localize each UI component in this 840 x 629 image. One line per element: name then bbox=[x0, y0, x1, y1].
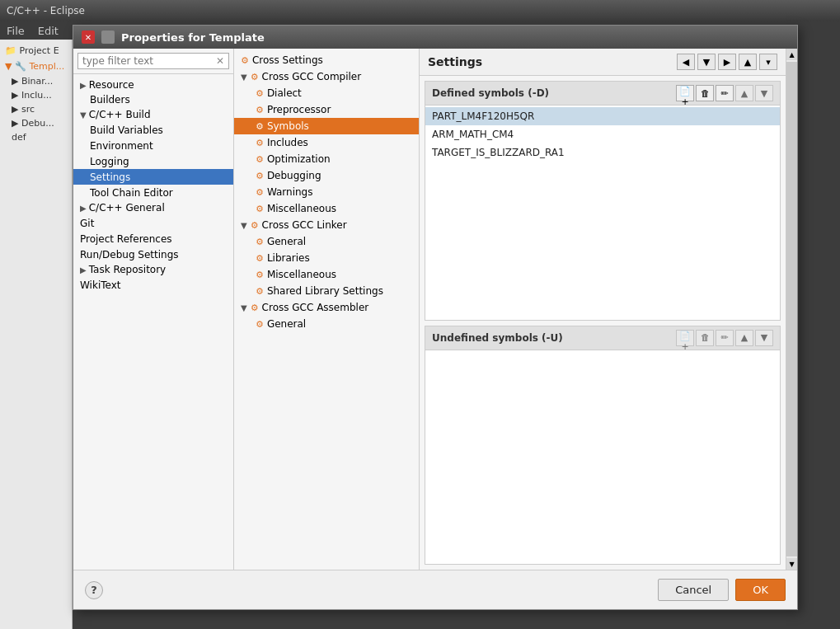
footer-buttons: Cancel OK bbox=[658, 579, 786, 601]
properties-dialog: ✕ Properties for Template ✕ ▶ bbox=[73, 25, 798, 610]
template-label: ▼ 🔧 Templ... bbox=[0, 59, 72, 74]
tree-item-settings[interactable]: Settings bbox=[73, 169, 233, 185]
dialog-title: Properties for Template bbox=[121, 31, 265, 44]
settings-item-miscellaneous[interactable]: ⚙ Miscellaneous bbox=[234, 200, 419, 217]
project-label: 📁 Project E bbox=[0, 43, 72, 59]
right-scrollbar[interactable]: ▲ ▼ bbox=[786, 49, 797, 570]
binar-label: ▶ Binar... bbox=[0, 74, 72, 88]
scroll-down-btn[interactable]: ▼ bbox=[786, 558, 798, 570]
settings-item-gcc-linker[interactable]: ▼ ⚙ Cross GCC Linker bbox=[234, 217, 419, 233]
dialog-titlebar: ✕ Properties for Template bbox=[73, 26, 797, 49]
usym-down-btn[interactable]: ▼ bbox=[755, 330, 773, 346]
usym-delete-btn[interactable]: 🗑 bbox=[696, 330, 714, 346]
tree-item-wikitext[interactable]: WikiText bbox=[73, 277, 233, 293]
settings-item-assembler-general[interactable]: ⚙ General bbox=[234, 316, 419, 332]
symbol-item-2[interactable]: TARGET_IS_BLIZZARD_RA1 bbox=[425, 143, 780, 162]
filter-input[interactable] bbox=[82, 55, 213, 67]
tree-item-task-repo[interactable]: ▶ Task Repository bbox=[73, 262, 233, 277]
help-btn[interactable]: ? bbox=[85, 581, 103, 599]
tree-item-run-debug[interactable]: Run/Debug Settings bbox=[73, 246, 233, 262]
nav-menu-btn[interactable]: ▾ bbox=[759, 54, 777, 70]
content-header: Settings ◀ ▼ ▶ ▲ ▾ bbox=[420, 49, 786, 76]
tree-item-toolchain[interactable]: Tool Chain Editor bbox=[73, 185, 233, 200]
defined-symbols-title: Defined symbols (-D) bbox=[432, 87, 549, 99]
settings-item-gcc-compiler[interactable]: ▼ ⚙ Cross GCC Compiler bbox=[234, 68, 419, 85]
left-tree-items: ▶ Resource Builders ▼ C/C++ Build Build … bbox=[73, 74, 233, 570]
dialog-close-btn[interactable]: ✕ bbox=[82, 31, 95, 44]
sym-add-btn[interactable]: 📄+ bbox=[676, 85, 694, 101]
tree-item-resource[interactable]: ▶ Resource bbox=[73, 77, 233, 92]
settings-tree: ⚙ Cross Settings ▼ ⚙ Cross GCC Compiler … bbox=[234, 49, 420, 570]
eclipse-title: C/C++ - Eclipse bbox=[7, 5, 85, 16]
defined-symbols-header: Defined symbols (-D) 📄+ 🗑 ✏ ▲ ▼ bbox=[425, 82, 780, 106]
symbol-item-1[interactable]: ARM_MATH_CM4 bbox=[425, 125, 780, 143]
settings-item-symbols[interactable]: ⚙ Symbols bbox=[234, 118, 419, 134]
symbol-item-0[interactable]: PART_LM4F120H5QR bbox=[425, 107, 780, 125]
menu-edit[interactable]: Edit bbox=[38, 25, 59, 37]
debu-label: ▶ Debu... bbox=[0, 116, 72, 130]
tree-item-cpp-build[interactable]: ▼ C/C++ Build bbox=[73, 107, 233, 122]
tree-item-environment[interactable]: Environment bbox=[73, 138, 233, 153]
tree-item-git[interactable]: Git bbox=[73, 215, 233, 231]
menu-file[interactable]: File bbox=[7, 25, 25, 37]
nav-down-btn[interactable]: ▼ bbox=[697, 54, 716, 70]
tree-item-cpp-general[interactable]: ▶ C/C++ General bbox=[73, 200, 233, 215]
sym-delete-btn[interactable]: 🗑 bbox=[696, 85, 714, 101]
tree-item-build-vars[interactable]: Build Variables bbox=[73, 122, 233, 138]
cancel-btn[interactable]: Cancel bbox=[658, 579, 729, 601]
nav-forward-btn[interactable]: ▶ bbox=[718, 54, 736, 70]
sym-edit-btn[interactable]: ✏ bbox=[716, 85, 734, 101]
usym-up-btn[interactable]: ▲ bbox=[735, 330, 753, 346]
content-title: Settings bbox=[428, 55, 482, 68]
undefined-symbols-title: Undefined symbols (-U) bbox=[432, 332, 563, 344]
settings-item-linker-misc[interactable]: ⚙ Miscellaneous bbox=[234, 266, 419, 283]
undefined-symbols-list bbox=[425, 350, 780, 565]
ok-btn[interactable]: OK bbox=[735, 579, 786, 601]
settings-item-warnings[interactable]: ⚙ Warnings bbox=[234, 184, 419, 200]
settings-item-linker-general[interactable]: ⚙ General bbox=[234, 233, 419, 250]
settings-item-dialect[interactable]: ⚙ Dialect bbox=[234, 85, 419, 101]
nav-up-btn[interactable]: ▲ bbox=[739, 54, 757, 70]
inclu-label: ▶ Inclu... bbox=[0, 88, 72, 102]
settings-item-libraries[interactable]: ⚙ Libraries bbox=[234, 250, 419, 266]
nav-back-btn[interactable]: ◀ bbox=[677, 54, 695, 70]
usym-edit-btn[interactable]: ✏ bbox=[716, 330, 734, 346]
dialog-body: ✕ ▶ Resource Builders ▼ C/C++ Build bbox=[73, 49, 797, 570]
tree-item-builders[interactable]: Builders bbox=[73, 92, 233, 107]
defined-symbols-panel: Defined symbols (-D) 📄+ 🗑 ✏ ▲ ▼ PART_LM4… bbox=[425, 81, 781, 321]
settings-item-shared-lib[interactable]: ⚙ Shared Library Settings bbox=[234, 283, 419, 299]
defined-symbols-toolbar: 📄+ 🗑 ✏ ▲ ▼ bbox=[676, 85, 773, 101]
scroll-up-btn[interactable]: ▲ bbox=[786, 49, 798, 60]
filter-clear-btn[interactable]: ✕ bbox=[216, 55, 224, 67]
eclipse-titlebar: C/C++ - Eclipse bbox=[0, 0, 840, 21]
settings-item-gcc-assembler[interactable]: ▼ ⚙ Cross GCC Assembler bbox=[234, 299, 419, 316]
filter-area: ✕ bbox=[73, 49, 233, 74]
settings-item-preprocessor[interactable]: ⚙ Preprocessor bbox=[234, 101, 419, 118]
usym-add-btn[interactable]: 📄+ bbox=[676, 330, 694, 346]
undefined-symbols-panel: Undefined symbols (-U) 📄+ 🗑 ✏ ▲ ▼ bbox=[425, 326, 781, 566]
undefined-symbols-header: Undefined symbols (-U) 📄+ 🗑 ✏ ▲ ▼ bbox=[425, 326, 780, 350]
scroll-thumb[interactable] bbox=[786, 62, 797, 556]
undefined-symbols-toolbar: 📄+ 🗑 ✏ ▲ ▼ bbox=[676, 330, 773, 346]
dialog-min-btn[interactable] bbox=[101, 31, 115, 44]
sym-down-btn[interactable]: ▼ bbox=[755, 85, 773, 101]
settings-item-optimization[interactable]: ⚙ Optimization bbox=[234, 151, 419, 167]
sym-up-btn[interactable]: ▲ bbox=[735, 85, 753, 101]
defined-symbols-list: PART_LM4F120H5QR ARM_MATH_CM4 TARGET_IS_… bbox=[425, 106, 780, 320]
tree-item-project-refs[interactable]: Project References bbox=[73, 231, 233, 246]
settings-item-includes[interactable]: ⚙ Includes bbox=[234, 134, 419, 151]
eclipse-left-panel: 📁 Project E ▼ 🔧 Templ... ▶ Binar... ▶ In… bbox=[0, 40, 73, 629]
src-label: ▶ src bbox=[0, 102, 72, 116]
main-content: Settings ◀ ▼ ▶ ▲ ▾ Defined symbols (-D) bbox=[420, 49, 786, 570]
settings-item-debugging[interactable]: ⚙ Debugging bbox=[234, 167, 419, 184]
def-label: def bbox=[0, 130, 72, 144]
left-tree-panel: ✕ ▶ Resource Builders ▼ C/C++ Build bbox=[73, 49, 234, 570]
settings-item-cross[interactable]: ⚙ Cross Settings bbox=[234, 52, 419, 68]
nav-buttons: ◀ ▼ ▶ ▲ ▾ bbox=[677, 54, 777, 70]
tree-item-logging[interactable]: Logging bbox=[73, 153, 233, 169]
dialog-footer: ? Cancel OK bbox=[73, 570, 797, 609]
